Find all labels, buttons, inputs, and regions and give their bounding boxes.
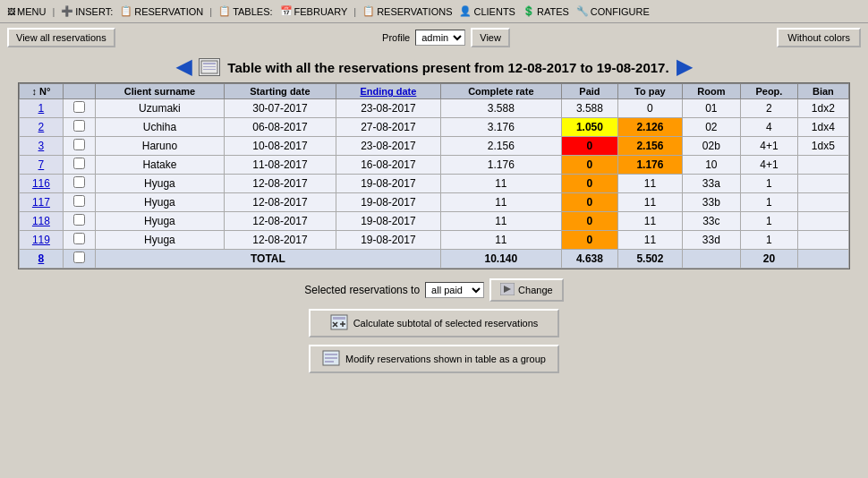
svg-rect-7	[333, 317, 345, 320]
row-checkbox-cell	[63, 118, 95, 137]
row-rate: 11	[441, 175, 561, 193]
row-checkbox[interactable]	[73, 233, 85, 244]
total-topay: 5.502	[618, 250, 682, 269]
row-room: 10	[682, 156, 741, 175]
row-checkbox[interactable]	[73, 139, 85, 150]
row-paid: 1.050	[561, 118, 618, 137]
reservations-icon: 📋	[362, 5, 375, 17]
view-all-button[interactable]: View all reservations	[7, 28, 115, 47]
reservation-icon: 📋	[120, 5, 132, 17]
row-topay: 11	[618, 231, 682, 250]
menu-item-reservations[interactable]: 📋 RESERVATIONS	[361, 4, 454, 18]
row-room: 33b	[682, 193, 741, 212]
row-start: 12-08-2017	[225, 212, 336, 231]
row-end: 19-08-2017	[336, 193, 440, 212]
row-end: 19-08-2017	[336, 212, 440, 231]
menu-item-clients[interactable]: 👤 CLIENTS	[457, 4, 516, 18]
row-end: 27-08-2017	[336, 118, 440, 137]
modify-button[interactable]: Modify reservations shown in table as a …	[309, 345, 559, 373]
profile-select[interactable]: admin	[415, 30, 465, 46]
row-start: 12-08-2017	[225, 193, 336, 212]
col-header-num: ↕ N°	[20, 84, 64, 99]
row-id[interactable]: 119	[20, 231, 64, 250]
col-header-bian: Bian	[797, 84, 848, 99]
menu-item-insert[interactable]: ➕ INSERT:	[59, 4, 115, 18]
row-checkbox[interactable]	[73, 214, 85, 226]
table-row: 116 Hyuga 12-08-2017 19-08-2017 11 0 11 …	[20, 175, 849, 193]
row-room: 33d	[682, 231, 741, 250]
profile-label: Profile	[382, 32, 410, 43]
row-checkbox[interactable]	[73, 195, 85, 207]
row-rate: 3.588	[441, 99, 561, 118]
prev-arrow[interactable]: ◀	[176, 57, 191, 77]
row-start: 06-08-2017	[225, 118, 336, 137]
row-paid: 3.588	[561, 99, 618, 118]
select-reservations-label: Selected reservations to	[304, 284, 420, 296]
row-people: 2	[741, 99, 798, 118]
row-people: 4+1	[741, 137, 798, 156]
next-arrow[interactable]: ▶	[677, 57, 692, 77]
svg-rect-9	[325, 354, 337, 355]
row-rate: 11	[441, 212, 561, 231]
row-checkbox[interactable]	[73, 176, 85, 188]
row-id[interactable]: 118	[20, 212, 64, 231]
row-checkbox-cell	[63, 231, 95, 250]
total-label: TOTAL	[95, 250, 440, 269]
menu-item-tables[interactable]: 📋 TABLES:	[217, 4, 274, 18]
calculate-button[interactable]: Calculate subtotal of selected reservati…	[309, 309, 559, 337]
row-topay: 1.176	[618, 156, 682, 175]
menu-item-configure[interactable]: 🔧 CONFIGURE	[574, 4, 651, 18]
total-checkbox[interactable]	[73, 252, 85, 263]
row-end: 16-08-2017	[336, 156, 440, 175]
row-start: 30-07-2017	[225, 99, 336, 118]
menu-item-menu[interactable]: 🖼 MENU	[5, 5, 47, 18]
row-checkbox-cell	[63, 212, 95, 231]
col-header-end[interactable]: Ending date	[336, 84, 440, 99]
select-row: Selected reservations to all paid not pa…	[304, 278, 563, 302]
title-area: ◀ Table with all the reservations presen…	[0, 52, 868, 82]
svg-rect-2	[203, 66, 216, 67]
col-header-people: Peop.	[741, 84, 798, 99]
row-paid: 0	[561, 137, 618, 156]
row-paid: 0	[561, 231, 618, 250]
table-row: 1 Uzumaki 30-07-2017 23-08-2017 3.588 3.…	[20, 99, 849, 118]
table-row: 119 Hyuga 12-08-2017 19-08-2017 11 0 11 …	[20, 231, 849, 250]
row-client: Uchiha	[95, 118, 224, 137]
rates-icon: 💲	[523, 5, 535, 17]
table-row: 2 Uchiha 06-08-2017 27-08-2017 3.176 1.0…	[20, 118, 849, 137]
row-topay: 11	[618, 175, 682, 193]
col-header-rate: Complete rate	[441, 84, 561, 99]
row-client: Hyuga	[95, 193, 224, 212]
view-button[interactable]: View	[471, 28, 510, 47]
row-id[interactable]: 7	[20, 156, 64, 175]
menu-item-reservation[interactable]: 📋 RESERVATION	[118, 4, 205, 18]
menu-item-rates[interactable]: 💲 RATES	[521, 4, 571, 18]
without-colors-button[interactable]: Without colors	[777, 28, 861, 47]
row-people: 1	[741, 193, 798, 212]
reservations-table: ↕ N° Client surname Starting date Ending…	[19, 83, 849, 269]
change-button[interactable]: Change	[489, 278, 564, 302]
row-id[interactable]: 1	[20, 99, 64, 118]
row-id[interactable]: 2	[20, 118, 64, 137]
row-topay: 11	[618, 212, 682, 231]
row-checkbox[interactable]	[73, 101, 85, 113]
row-topay: 2.126	[618, 118, 682, 137]
row-checkbox[interactable]	[73, 158, 85, 169]
clients-icon: 👤	[459, 5, 472, 17]
row-checkbox[interactable]	[73, 120, 85, 132]
february-icon: 📅	[280, 5, 293, 17]
menu-item-february[interactable]: 📅 FEBRUARY	[278, 4, 350, 18]
change-icon	[500, 283, 515, 297]
row-end: 23-08-2017	[336, 137, 440, 156]
row-client: Haruno	[95, 137, 224, 156]
total-id[interactable]: 8	[20, 250, 64, 269]
row-end: 23-08-2017	[336, 99, 440, 118]
row-paid: 0	[561, 212, 618, 231]
row-paid: 0	[561, 175, 618, 193]
table-row: 3 Haruno 10-08-2017 23-08-2017 2.156 0 2…	[20, 137, 849, 156]
row-id[interactable]: 3	[20, 137, 64, 156]
row-paid: 0	[561, 156, 618, 175]
paid-select[interactable]: all paid not paid partial	[425, 282, 484, 298]
row-id[interactable]: 116	[20, 175, 64, 193]
row-id[interactable]: 117	[20, 193, 64, 212]
